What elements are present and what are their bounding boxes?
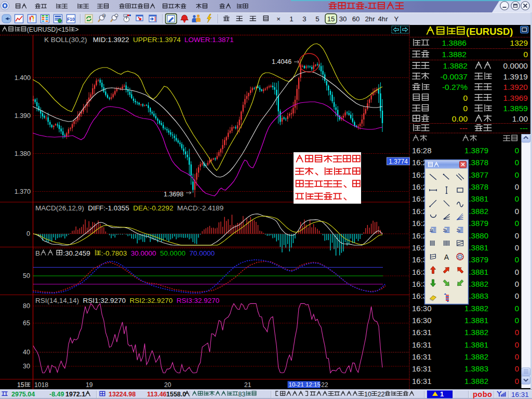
svg-text:40: 40 <box>23 349 30 356</box>
svg-text:RSI(14,14,14): RSI(14,14,14) <box>35 297 79 304</box>
svg-text:1.380: 1.380 <box>15 150 31 157</box>
svg-text:1.00: 1.00 <box>512 114 528 123</box>
svg-text:1558.0: 1558.0 <box>166 391 186 398</box>
svg-text:1.3882: 1.3882 <box>464 377 488 385</box>
svg-text:1.3859: 1.3859 <box>503 104 528 113</box>
svg-text:0: 0 <box>515 377 519 385</box>
svg-text:DIFF:-1.0355: DIFF:-1.0355 <box>88 204 129 212</box>
svg-text:16:30: 16:30 <box>412 304 432 313</box>
svg-text:0: 0 <box>463 104 468 113</box>
svg-text:16:31: 16:31 <box>511 391 529 398</box>
svg-text:DEA:-0.2292: DEA:-0.2292 <box>133 204 173 212</box>
svg-text:3: 3 <box>302 15 306 23</box>
svg-text:5: 5 <box>315 15 319 23</box>
svg-text:1.3969: 1.3969 <box>503 94 528 102</box>
svg-text:83: 83 <box>238 391 246 398</box>
svg-text:1.3882: 1.3882 <box>464 304 488 313</box>
svg-text:×: × <box>276 15 281 23</box>
svg-text:0: 0 <box>515 255 519 264</box>
svg-text:30: 30 <box>23 363 30 370</box>
svg-text:10-21 12:15: 10-21 12:15 <box>289 381 321 388</box>
svg-text:13224.98: 13224.98 <box>109 391 136 398</box>
svg-text:1.3883: 1.3883 <box>464 364 488 373</box>
svg-text:0: 0 <box>515 158 519 167</box>
svg-text:16:31: 16:31 <box>412 328 432 337</box>
svg-text:(EURUSD)<15: (EURUSD)<15 <box>27 26 69 33</box>
svg-text:65: 65 <box>23 320 30 327</box>
svg-text:50.0000: 50.0000 <box>160 249 185 257</box>
svg-text:RSI2:32.9270: RSI2:32.9270 <box>130 297 173 304</box>
svg-text:0: 0 <box>523 50 528 59</box>
svg-text:UPPER:1.3974: UPPER:1.3974 <box>133 36 181 44</box>
svg-text:20: 20 <box>164 381 171 389</box>
svg-text:0: 0 <box>515 352 519 361</box>
svg-text:0: 0 <box>515 231 519 240</box>
svg-text:16:31: 16:31 <box>412 340 432 349</box>
svg-text:22: 22 <box>378 391 385 398</box>
svg-text:0: 0 <box>515 182 519 191</box>
svg-text:---: --- <box>520 124 528 132</box>
svg-text:Y: Y <box>394 15 399 23</box>
svg-text:0: 0 <box>515 170 519 179</box>
svg-text:0: 0 <box>515 316 519 325</box>
svg-text:0: 0 <box>515 219 519 228</box>
svg-text:RSI3:32.9270: RSI3:32.9270 <box>177 297 220 304</box>
svg-text:MACD(26,12,9): MACD(26,12,9) <box>35 204 84 212</box>
svg-text::-0.7803: :-0.7803 <box>101 249 127 257</box>
svg-text:(EURUSD): (EURUSD) <box>466 26 513 37</box>
svg-text:2975.04: 2975.04 <box>11 391 35 398</box>
svg-text:>: > <box>75 26 78 33</box>
svg-text:1972.1: 1972.1 <box>65 391 85 398</box>
svg-text:16:31: 16:31 <box>412 364 432 373</box>
svg-text:16:28: 16:28 <box>412 146 432 155</box>
svg-text:1.3882: 1.3882 <box>442 50 467 59</box>
svg-text:0: 0 <box>515 304 519 313</box>
svg-text:0.00: 0.00 <box>452 114 468 123</box>
svg-text:15: 15 <box>327 15 335 23</box>
svg-text:19: 19 <box>86 381 93 389</box>
svg-text:RSI1:32.9270: RSI1:32.9270 <box>83 297 126 304</box>
svg-text:-: - <box>365 2 368 11</box>
svg-text:1.400: 1.400 <box>15 74 31 82</box>
svg-text:15: 15 <box>17 381 24 389</box>
svg-text:0: 0 <box>515 291 519 300</box>
svg-text:F10: F10 <box>67 17 75 22</box>
svg-text:0: 0 <box>515 328 519 337</box>
svg-text:LOWER:1.3871: LOWER:1.3871 <box>184 36 234 44</box>
svg-text:1.3882: 1.3882 <box>464 352 488 361</box>
svg-text:K BOLL(30,2): K BOLL(30,2) <box>44 36 87 44</box>
svg-text:A: A <box>444 253 449 261</box>
svg-text:21: 21 <box>244 381 251 389</box>
svg-text:10: 10 <box>364 391 371 398</box>
svg-text:0: 0 <box>515 364 519 373</box>
svg-text:1.3919: 1.3919 <box>503 72 528 81</box>
svg-text:0: 0 <box>515 146 519 155</box>
svg-text:1.3882: 1.3882 <box>443 61 468 70</box>
svg-text:0: 0 <box>515 268 519 276</box>
svg-text:1.3881: 1.3881 <box>464 316 488 325</box>
svg-text:16:31: 16:31 <box>412 377 432 385</box>
svg-text:30.0000: 30.0000 <box>131 249 156 257</box>
svg-text:1.3698: 1.3698 <box>164 191 183 198</box>
svg-text:+: + <box>103 14 105 18</box>
svg-text:1.4046: 1.4046 <box>272 58 291 65</box>
svg-text:16:31: 16:31 <box>412 352 432 361</box>
svg-text:80: 80 <box>23 302 30 310</box>
svg-text::30.2459: :30.2459 <box>63 249 90 257</box>
svg-text:1.3879: 1.3879 <box>464 146 488 155</box>
svg-text:MID:1.3922: MID:1.3922 <box>93 36 129 44</box>
svg-text:1: 1 <box>440 390 444 398</box>
svg-text:16:30: 16:30 <box>412 316 432 325</box>
svg-text:0: 0 <box>463 94 468 102</box>
svg-text:2hr: 2hr <box>365 15 375 23</box>
svg-text:50: 50 <box>23 272 30 280</box>
svg-text:0: 0 <box>515 194 519 203</box>
svg-text:70.0000: 70.0000 <box>189 249 215 257</box>
svg-text:4hr: 4hr <box>378 15 388 23</box>
svg-text:B: B <box>35 249 40 257</box>
svg-text:30: 30 <box>339 15 347 23</box>
svg-text:-0.0037: -0.0037 <box>440 72 468 81</box>
svg-text:-0.27%: -0.27% <box>442 83 468 91</box>
svg-text:1.3882: 1.3882 <box>464 328 488 337</box>
svg-text:1.370: 1.370 <box>15 188 31 195</box>
